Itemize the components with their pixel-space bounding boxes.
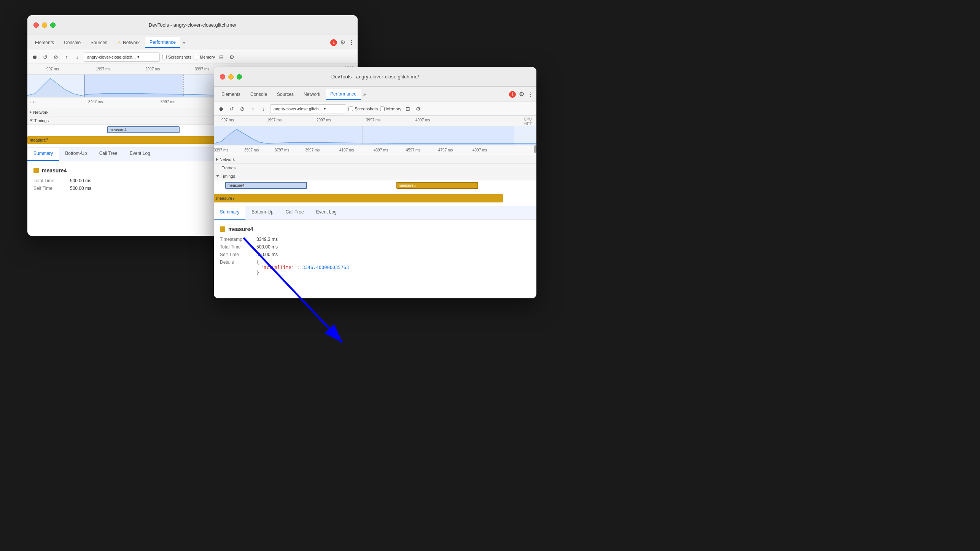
window-title-2: DevTools - angry-clover-close.glitch.me/ xyxy=(331,74,419,80)
call-tree-tab-2[interactable]: Call Tree xyxy=(280,206,310,220)
download-button-1[interactable]: ↓ xyxy=(73,53,81,61)
event-log-tab-1[interactable]: Event Log xyxy=(124,148,156,161)
tab-console-1[interactable]: Console xyxy=(59,38,85,48)
tab-overflow-2[interactable]: » xyxy=(362,89,368,99)
bottom-up-tab-2[interactable]: Bottom-Up xyxy=(245,206,279,220)
close-button-1[interactable] xyxy=(33,22,39,28)
timings-section-2: Timings xyxy=(214,172,536,180)
cancel-button-2[interactable]: ⊘ xyxy=(238,105,247,113)
timings-track-label-2: Timings xyxy=(221,174,235,178)
colon-2: : xyxy=(297,265,302,270)
total-time-value-2: 500.00 ms xyxy=(256,244,278,250)
gear-icon-2[interactable]: ⚙ xyxy=(519,91,524,98)
measure7-bar-1[interactable]: measure7 xyxy=(27,136,233,144)
timeline-tracks-2: Network Frames Timings measure4 measure5… xyxy=(214,155,536,206)
network-track-label-2: Network xyxy=(220,157,235,162)
measure4-bar-1[interactable]: measure4 xyxy=(107,126,180,133)
more-icon-1[interactable]: ⋮ xyxy=(348,39,355,46)
window-title-1: DevTools - angry-clover-close.glitch.me/ xyxy=(149,22,236,28)
tab-elements-2[interactable]: Elements xyxy=(217,89,245,99)
network-section-2: Network xyxy=(214,155,536,164)
gear-icon-1[interactable]: ⚙ xyxy=(340,39,345,46)
chevron-down-icon-2[interactable]: ▾ xyxy=(324,106,326,111)
screenshots-checkbox-2[interactable]: Screenshots xyxy=(348,107,378,111)
ruler-2997-1: 2997 ms xyxy=(145,67,160,71)
url-text-2: angry-clover-close.glitch... xyxy=(274,107,322,111)
event-log-tab-2[interactable]: Event Log xyxy=(310,206,343,220)
details-code-2: { "actualTime" : 3346.400000035763 } xyxy=(256,260,349,276)
mini-chart-2 xyxy=(214,126,536,145)
refresh-button-1[interactable]: ↺ xyxy=(41,53,49,61)
details-line-2: "actualTime" : 3346.400000035763 xyxy=(256,265,349,270)
total-time-value-1: 500.00 ms xyxy=(70,178,91,183)
ruler-3997-2: 3997 ms xyxy=(366,118,380,122)
titlebar-1: DevTools - angry-clover-close.glitch.me/ xyxy=(27,15,358,35)
memory-check-1[interactable] xyxy=(194,55,198,59)
chevron-down-icon-1[interactable]: ▾ xyxy=(137,54,140,59)
upload-button-2[interactable]: ↑ xyxy=(249,105,257,113)
tab-network-2[interactable]: Network xyxy=(299,89,325,99)
tab-network-1[interactable]: ⚠ Network xyxy=(113,38,144,48)
settings-button-1[interactable]: ⚙ xyxy=(228,53,236,61)
timeline-ruler-detail-2: 3397 ms 3597 ms 3797 ms 3997 ms 4197 ms … xyxy=(214,145,536,155)
minimize-button-2[interactable] xyxy=(228,74,234,80)
summary-tab-2[interactable]: Summary xyxy=(214,206,245,220)
tab-performance-2[interactable]: Performance xyxy=(326,89,361,100)
memory-check-2[interactable] xyxy=(380,107,385,111)
tab-elements-1[interactable]: Elements xyxy=(30,38,59,48)
self-time-row-2: Self Time 500.00 ms xyxy=(220,252,530,257)
traffic-lights-2 xyxy=(220,74,242,80)
net-label-2: NET xyxy=(524,122,532,126)
cancel-button-1[interactable]: ⊘ xyxy=(52,53,60,61)
ruler-3997-1: 3997 ms xyxy=(195,67,209,71)
tab-performance-1[interactable]: Performance xyxy=(145,37,180,48)
upload-button-1[interactable]: ↑ xyxy=(62,53,71,61)
measure7-bar-2[interactable]: measure7 xyxy=(214,194,503,202)
frames-track-label-2: Frames xyxy=(221,166,235,170)
summary-panel-2: measure4 Timestamp 3349.3 ms Total Time … xyxy=(214,220,536,282)
color-swatch-1 xyxy=(33,168,39,173)
screenshots-check-2[interactable] xyxy=(348,107,353,111)
code-value-2: 3346.400000035763 xyxy=(302,265,349,270)
screenshots-check-1[interactable] xyxy=(162,55,167,59)
measure5-bar-2[interactable]: measure5 xyxy=(396,182,478,189)
settings-button-2[interactable]: ⚙ xyxy=(414,105,423,113)
close-button-2[interactable] xyxy=(220,74,225,80)
url-text-1: angry-clover-close.glitch... xyxy=(87,55,136,59)
measure4-bar-2[interactable]: measure4 xyxy=(225,182,307,189)
timeline-ruler-top-2: 997 ms 1997 ms 2997 ms 3997 ms 4997 ms C… xyxy=(214,116,536,126)
self-time-label-1: Self Time xyxy=(33,186,64,191)
record-button-2[interactable]: ⏺ xyxy=(217,105,225,113)
tab-overflow-1[interactable]: » xyxy=(181,38,187,48)
details-row-2: Details { "actualTime" : 3346.4000000357… xyxy=(220,260,530,276)
record-button-1[interactable]: ⏺ xyxy=(30,53,39,61)
color-swatch-2 xyxy=(220,226,225,232)
screenshots-checkbox-1[interactable]: Screenshots xyxy=(162,55,191,59)
self-time-value-2: 500.00 ms xyxy=(256,252,278,257)
maximize-button-2[interactable] xyxy=(237,74,242,80)
memory-checkbox-1[interactable]: Memory xyxy=(194,55,215,59)
ruler-997-2: 997 ms xyxy=(221,118,234,122)
svg-rect-7 xyxy=(214,126,514,145)
devtools-tabs-2: Elements Console Sources Network Perform… xyxy=(214,87,536,102)
scrollbar-2[interactable] xyxy=(534,145,536,153)
total-time-row-2: Total Time 500.00 ms xyxy=(220,244,530,250)
call-tree-tab-1[interactable]: Call Tree xyxy=(93,148,124,161)
total-time-label-2: Total Time xyxy=(220,244,250,250)
tab-sources-1[interactable]: Sources xyxy=(86,38,112,48)
network-track-label-1: Network xyxy=(33,110,48,115)
throttle-button-2[interactable]: ⊟ xyxy=(404,105,412,113)
memory-checkbox-2[interactable]: Memory xyxy=(380,107,401,111)
throttle-button-1[interactable]: ⊟ xyxy=(217,53,226,61)
bottom-up-tab-1[interactable]: Bottom-Up xyxy=(59,148,93,161)
more-icon-2[interactable]: ⋮ xyxy=(527,91,533,98)
refresh-button-2[interactable]: ↺ xyxy=(228,105,236,113)
download-button-2[interactable]: ↓ xyxy=(259,105,268,113)
minimize-button-1[interactable] xyxy=(42,22,47,28)
triangle-down-icon-1 xyxy=(30,119,33,121)
tab-console-2[interactable]: Console xyxy=(246,89,272,99)
maximize-button-1[interactable] xyxy=(50,22,56,28)
tab-sources-2[interactable]: Sources xyxy=(272,89,298,99)
timings-track-label-1: Timings xyxy=(34,118,49,123)
summary-tab-1[interactable]: Summary xyxy=(27,148,59,161)
